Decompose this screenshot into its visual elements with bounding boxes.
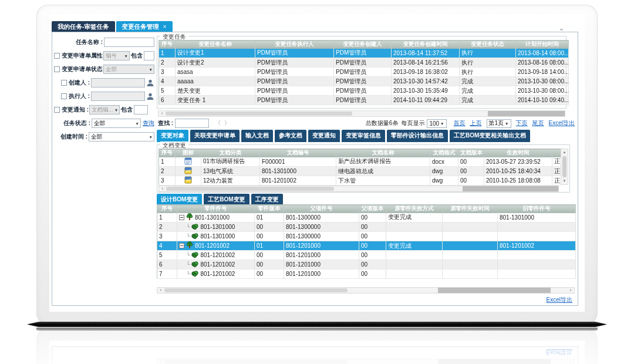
task-table-row[interactable]: 5楚天变更PDM管理员PDM管理员2013-10-30 15:35:49完成20… xyxy=(159,86,569,96)
request-attr-select[interactable]: 编号 ▼ xyxy=(103,51,130,60)
filter-row-executor: 执行人 : xyxy=(54,91,154,102)
excel-export-link[interactable]: Excel导出 xyxy=(549,119,575,127)
task-table-hscrollbar[interactable]: ‹ xyxy=(158,110,565,117)
cell: 801-1300000 xyxy=(284,213,359,223)
bom-table-row[interactable]: 1801-130100001801-130000000变更完成801-13010… xyxy=(157,213,576,223)
doc-table-hscrollbar[interactable]: ‹ xyxy=(158,186,559,192)
task-table-row[interactable]: 2设计变更2PDM管理员PDM管理员2013-08-14 16:21:56执行2… xyxy=(159,58,569,68)
task-table-row[interactable]: 6变更任务 1PDM管理员PDM管理员2014-10-11 09:44:29完成… xyxy=(159,96,569,105)
creator-checkbox[interactable] xyxy=(61,80,67,86)
task-status-select[interactable]: 全部 ▼ xyxy=(92,119,141,128)
column-header: 文档编号 xyxy=(260,149,336,157)
detail-tab-4[interactable]: 变更通知 xyxy=(308,130,340,142)
cell: 2013-08-14 16:21:56 xyxy=(392,58,460,68)
filter-row-task-status: 任务状态 : 全部 ▼ 查询 xyxy=(54,118,154,129)
bom-table-hscrollbar[interactable]: ‹ › xyxy=(157,287,575,294)
doc-table-vscrollbar[interactable]: ▲ ▼ xyxy=(561,149,568,185)
cell: 2 xyxy=(159,167,176,176)
chevron-down-icon: ▼ xyxy=(149,135,153,139)
cell: 完成 xyxy=(460,86,516,96)
find-input[interactable] xyxy=(175,119,209,128)
creator-label: 创建人 : xyxy=(69,79,90,87)
column-header: 原零件失效时间 xyxy=(443,205,498,213)
scrollbar-thumb[interactable] xyxy=(166,112,352,116)
scroll-down-icon[interactable]: ▼ xyxy=(563,178,566,184)
detail-tab-1[interactable]: 关联变更申请单 xyxy=(190,130,240,142)
doc-table-row[interactable]: 312动力装置801-1201002下水管dwg002010-10-25 18:… xyxy=(159,176,562,186)
detail-tab-6[interactable]: 零部件设计输出信息 xyxy=(387,130,448,142)
change-notice-checkbox[interactable] xyxy=(54,107,60,113)
change-notice-select[interactable]: 文档编... ▼ xyxy=(89,105,120,114)
cell xyxy=(498,232,576,241)
cell: 801-1300000 xyxy=(284,232,359,241)
bom-table-row[interactable]: 3└801-130100000801-130000000 xyxy=(157,232,576,241)
scroll-left-icon[interactable]: ‹ xyxy=(157,288,164,293)
create-time-select[interactable]: 全部 ▼ xyxy=(89,132,154,141)
page-size-select[interactable]: 100 ▼ xyxy=(427,119,446,128)
bom-table-row[interactable]: 7└801-120100200801-120100000 xyxy=(157,269,576,279)
task-table-row[interactable]: 3asasaPDM管理员PDM管理员2013-09-18 16:38:02执行2… xyxy=(159,68,569,77)
task-name-input[interactable] xyxy=(104,38,154,47)
cell: dwg xyxy=(430,176,458,186)
cell: PDM管理员 xyxy=(255,49,334,58)
change-notice-contains-input[interactable] xyxy=(134,105,148,114)
collapse-node-icon[interactable] xyxy=(179,215,184,220)
task-table-row[interactable]: 1设计变更1PDM管理员PDM管理员2013-08-14 11:37:52执行2… xyxy=(159,49,569,58)
bom-table-row[interactable]: 6└801-120100200801-120100000 xyxy=(157,260,576,269)
bom-table-row[interactable]: 5└801-120100200801-120100000 xyxy=(157,251,576,260)
leaf-node-icon xyxy=(191,223,198,231)
executor-checkbox[interactable] xyxy=(61,93,67,99)
bom-table-row[interactable]: 4801-120100201801-120100000变更完成801-12010… xyxy=(157,241,576,251)
column-header: 原零件失效方式 xyxy=(386,205,443,213)
first-page-link[interactable]: 首页 xyxy=(454,119,466,127)
request-status-checkbox[interactable] xyxy=(54,66,60,72)
detail-tab-0[interactable]: 变更对象 xyxy=(157,130,188,142)
page-number-select[interactable]: 第1页 ▼ xyxy=(487,119,511,128)
request-attr-checkbox[interactable] xyxy=(54,53,60,59)
cell: 00 xyxy=(255,260,284,269)
cell: 2013-09-18 14:00... xyxy=(516,68,569,77)
scrollbar-thumb[interactable] xyxy=(166,187,334,191)
prev-page-link[interactable]: 上页 xyxy=(470,119,482,127)
part-tree-cell: 801-1301000 xyxy=(177,213,255,223)
scroll-right-icon[interactable]: › xyxy=(567,288,574,293)
cell: 新产品技术调研报告 xyxy=(336,157,430,167)
docx-icon xyxy=(176,157,201,167)
cell: 01 xyxy=(255,241,284,251)
creator-input[interactable] xyxy=(91,78,145,87)
cell: 5 xyxy=(157,251,177,260)
request-status-select[interactable]: 全部 ▼ xyxy=(103,65,154,74)
cell: 6 xyxy=(159,96,176,105)
next-page-link[interactable]: 下页 xyxy=(516,119,528,127)
cell: 1 xyxy=(157,213,177,223)
user-icon[interactable] xyxy=(146,79,154,87)
detail-tab-3[interactable]: 参考文档 xyxy=(275,130,306,142)
scroll-left-icon[interactable]: ‹ xyxy=(158,111,166,116)
chevron-down-icon: ▼ xyxy=(149,68,153,72)
detail-tab-7[interactable]: 工艺BOM变更相关输出文档 xyxy=(450,130,530,142)
last-page-link[interactable]: 尾页 xyxy=(532,119,544,127)
scroll-left-icon[interactable]: ‹ xyxy=(159,186,166,191)
doc-table-row[interactable]: 213电气系统801-1301000继电器箱总成dwg002010-10-25 … xyxy=(159,167,562,176)
bom-table-row[interactable]: 2└801-130100000801-130000000 xyxy=(157,223,576,232)
user-icon[interactable] xyxy=(146,92,154,100)
detail-tab-5[interactable]: 变更审签信息 xyxy=(342,130,385,142)
scrollbar-thumb[interactable] xyxy=(164,288,348,292)
scroll-up-icon[interactable]: ▲ xyxy=(563,149,566,156)
find-next-icon[interactable]: 〉 xyxy=(224,119,230,127)
executor-input[interactable] xyxy=(91,92,145,101)
query-link[interactable]: 查询 xyxy=(143,119,154,127)
doc-table-row[interactable]: 101市场调研报告F000001新产品技术调研报告docx002013-05-2… xyxy=(159,157,562,167)
detail-tab-2[interactable]: 输入文档 xyxy=(241,130,273,142)
task-change-groupbox: 变更任务 序号变更任务名称变更任务执行人变更任务创建人变更任务创建时间变更任务状… xyxy=(157,36,566,109)
task-table-row[interactable]: 4aaaaaPDM管理员PDM管理员2013-10-30 14:57:42完成2… xyxy=(159,77,569,86)
collapse-panel-icon[interactable]: ⌄ xyxy=(558,26,565,31)
request-attr-contains-input[interactable] xyxy=(144,51,154,60)
close-icon[interactable]: × xyxy=(163,23,167,30)
find-prev-icon[interactable]: 〈 xyxy=(215,119,221,127)
scrollbar-dark-segment xyxy=(463,186,558,191)
scrollbar-dark-segment xyxy=(488,111,565,116)
collapse-node-icon[interactable] xyxy=(179,243,184,248)
scrollbar-thumb[interactable] xyxy=(562,156,566,177)
bom-excel-export-link[interactable]: Excel导出 xyxy=(547,296,572,304)
